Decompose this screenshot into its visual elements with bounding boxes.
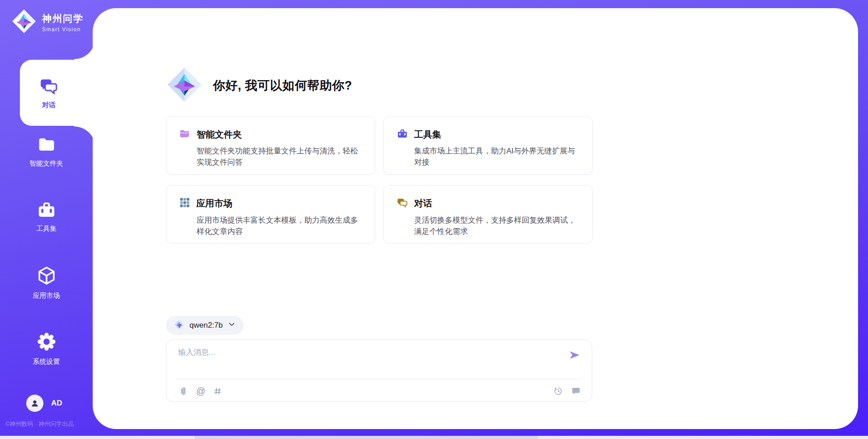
user-initials: AD <box>51 399 62 408</box>
app-window: 神州问学 Smart Vision 对话 智能文件夹 <box>0 0 868 439</box>
card-description: 智能文件夹功能支持批量文件上传与清洗，轻松实现文件问答 <box>197 146 362 168</box>
sidebar-item-label: 系统设置 <box>33 358 60 366</box>
card-title: 智能文件夹 <box>197 129 242 141</box>
app-logo-icon <box>167 67 202 104</box>
model-selector[interactable]: qwen2:7b <box>166 316 244 335</box>
card-toolset[interactable]: 工具集 集成市场上主流工具，助力AI与外界无缝扩展与对接 <box>383 116 593 175</box>
tab-fillet-top <box>74 38 96 60</box>
hero: 你好, 我可以如何帮助你? <box>167 67 352 104</box>
card-description: 集成市场上主流工具，助力AI与外界无缝扩展与对接 <box>414 146 580 168</box>
brand: 神州问学 Smart Vision <box>12 9 84 35</box>
attachment-icon[interactable] <box>178 386 189 396</box>
card-description: 应用市场提供丰富长文本模板，助力高效生成多样化文章内容 <box>197 215 362 237</box>
card-title: 工具集 <box>414 129 441 141</box>
composer-divider <box>175 379 583 379</box>
chat-duo-icon <box>39 76 59 97</box>
greeting-title: 你好, 我可以如何帮助你? <box>213 77 352 94</box>
user-profile[interactable]: AD <box>26 395 62 412</box>
sidebar-item-market[interactable]: 应用市场 <box>0 265 93 300</box>
history-icon[interactable] <box>553 386 563 396</box>
horizontal-scrollbar <box>0 436 868 439</box>
brand-name: 神州问学 <box>42 12 84 25</box>
brand-subtitle: Smart Vision <box>42 26 84 33</box>
chat-icon <box>396 197 408 210</box>
sidebar-item-label: 对话 <box>42 101 56 110</box>
card-description: 灵活切换多模型文件，支持多样回复效果调试，满足个性化需求 <box>414 215 580 237</box>
sidebar-footer: ©神州数码 · 神州问学出品 <box>5 420 74 428</box>
card-title: 应用市场 <box>196 197 232 210</box>
folder-icon <box>37 135 57 155</box>
brand-logo-icon <box>12 9 36 35</box>
sidebar-item-label: 智能文件夹 <box>29 159 63 168</box>
scrollbar-thumb[interactable] <box>194 436 538 439</box>
mention-icon[interactable]: @ <box>196 386 205 396</box>
folder-open-icon <box>179 128 191 141</box>
model-name: qwen2:7b <box>189 321 223 330</box>
card-chat[interactable]: 对话 灵活切换多模型文件，支持多样回复效果调试，满足个性化需求 <box>383 185 593 243</box>
cube-icon <box>36 265 57 287</box>
hash-icon[interactable] <box>213 387 222 396</box>
sidebar-item-tools[interactable]: 工具集 <box>0 200 93 233</box>
composer-toolbar: @ <box>178 383 581 399</box>
send-icon[interactable] <box>567 348 581 362</box>
sidebar-item-label: 工具集 <box>36 224 57 233</box>
message-composer: @ <box>166 339 592 402</box>
card-title: 对话 <box>414 197 432 210</box>
sidebar-item-label: 应用市场 <box>33 291 60 300</box>
avatar <box>26 395 43 412</box>
grid-icon <box>179 197 190 210</box>
sidebar-item-chat[interactable]: 对话 <box>20 60 98 126</box>
briefcase-icon <box>37 200 57 220</box>
toolbox-icon <box>396 128 408 141</box>
sidebar-item-folders[interactable]: 智能文件夹 <box>0 135 93 168</box>
sidebar-item-settings[interactable]: 系统设置 <box>0 331 93 366</box>
chat-bubble-icon[interactable] <box>571 386 581 396</box>
feature-cards: 智能文件夹 智能文件夹功能支持批量文件上传与清洗，轻松实现文件问答 工具集 集成… <box>166 116 593 243</box>
card-app-market[interactable]: 应用市场 应用市场提供丰富长文本模板，助力高效生成多样化文章内容 <box>166 185 375 243</box>
message-input[interactable] <box>178 347 558 374</box>
model-logo-icon <box>174 320 184 332</box>
chevron-down-icon <box>228 321 236 329</box>
gear-icon <box>36 331 57 353</box>
card-smart-folders[interactable]: 智能文件夹 智能文件夹功能支持批量文件上传与清洗，轻松实现文件问答 <box>166 116 375 175</box>
